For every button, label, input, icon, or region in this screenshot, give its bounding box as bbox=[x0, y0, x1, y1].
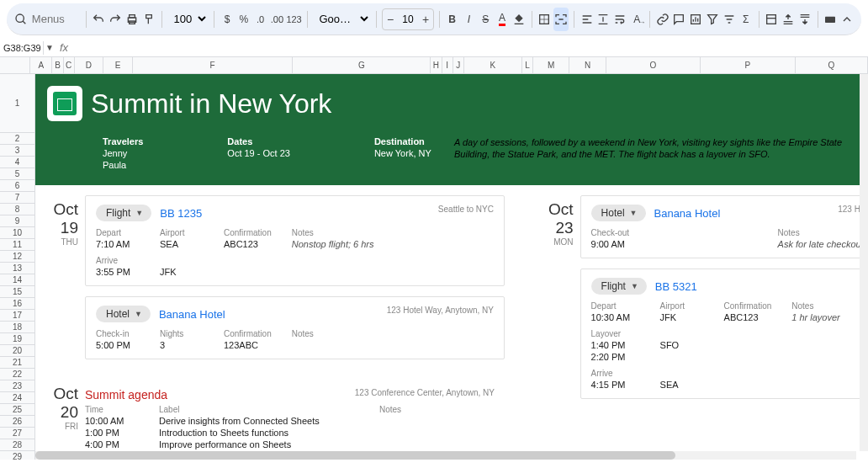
col-header-E[interactable]: E bbox=[103, 57, 133, 73]
increase-decimal-icon[interactable]: .00 bbox=[270, 8, 285, 31]
row-header-20[interactable]: 20 bbox=[0, 345, 34, 357]
insert-link-icon[interactable] bbox=[655, 8, 670, 31]
row-header-19[interactable]: 19 bbox=[0, 333, 34, 345]
filter-icon[interactable] bbox=[705, 8, 720, 31]
row-header-13[interactable]: 13 bbox=[0, 263, 34, 274]
row-header-24[interactable]: 24 bbox=[0, 392, 34, 404]
fill-color-icon[interactable] bbox=[511, 8, 527, 31]
strikethrough-button[interactable]: S bbox=[478, 8, 493, 31]
row-header-8[interactable]: 8 bbox=[0, 204, 34, 215]
col-header-A[interactable]: A bbox=[30, 57, 52, 73]
italic-button[interactable]: I bbox=[461, 8, 476, 31]
text-color-icon[interactable]: A bbox=[495, 8, 510, 31]
decrease-decimal-icon[interactable]: .0 bbox=[253, 8, 268, 31]
insert-above-icon[interactable] bbox=[781, 8, 796, 31]
row-header-23[interactable]: 23 bbox=[0, 380, 34, 392]
row-header-16[interactable]: 16 bbox=[0, 298, 34, 310]
bold-button[interactable]: B bbox=[445, 8, 460, 31]
text-wrap-icon[interactable] bbox=[612, 8, 627, 31]
flight-chip-2[interactable]: Flight▼ bbox=[591, 278, 647, 295]
col-header-F[interactable]: F bbox=[133, 57, 293, 73]
row-header-11[interactable]: 11 bbox=[0, 239, 34, 251]
vertical-scrollbar[interactable] bbox=[860, 74, 868, 451]
row-header-4[interactable]: 4 bbox=[0, 157, 34, 168]
horizontal-scrollbar[interactable] bbox=[35, 451, 856, 460]
keyboard-icon[interactable] bbox=[823, 8, 838, 31]
col-header-J[interactable]: J bbox=[453, 57, 464, 73]
paint-format-icon[interactable] bbox=[141, 8, 156, 31]
row-header-27[interactable]: 27 bbox=[0, 428, 34, 439]
row-header-3[interactable]: 3 bbox=[0, 145, 34, 157]
row-header-15[interactable]: 15 bbox=[0, 286, 34, 298]
format-number-button[interactable]: 123 bbox=[286, 8, 301, 31]
f2-notes-v: 1 hr layover bbox=[791, 312, 867, 322]
filter-views-icon[interactable] bbox=[722, 8, 737, 31]
col-header-M[interactable]: M bbox=[533, 57, 569, 73]
col-header-H[interactable]: H bbox=[431, 57, 442, 73]
col-header-C[interactable]: C bbox=[64, 57, 75, 73]
horizontal-align-icon[interactable] bbox=[580, 8, 595, 31]
col-header-D[interactable]: D bbox=[75, 57, 104, 73]
row-header-29[interactable]: 29 bbox=[0, 451, 34, 460]
borders-icon[interactable] bbox=[537, 8, 552, 31]
row-header-17[interactable]: 17 bbox=[0, 310, 34, 322]
row-header-28[interactable]: 28 bbox=[0, 439, 34, 451]
row-header-1[interactable]: 1 bbox=[0, 74, 34, 133]
flight-chip[interactable]: Flight▼ bbox=[96, 205, 151, 221]
sheet-content[interactable]: Summit in New York Travelers Jenny Paula… bbox=[35, 74, 868, 460]
col-header-K[interactable]: K bbox=[464, 57, 522, 73]
col-header-G[interactable]: G bbox=[293, 57, 431, 73]
redo-icon[interactable] bbox=[108, 8, 123, 31]
row-header-12[interactable]: 12 bbox=[0, 251, 34, 263]
row-header-25[interactable]: 25 bbox=[0, 404, 34, 416]
col-header-O[interactable]: O bbox=[606, 57, 701, 73]
name-box-dropdown-icon[interactable]: ▼ bbox=[44, 43, 56, 52]
col-header-L[interactable]: L bbox=[522, 57, 533, 73]
search-icon[interactable] bbox=[13, 8, 29, 31]
collapse-toolbar-icon[interactable] bbox=[839, 8, 855, 31]
row-header-9[interactable]: 9 bbox=[0, 215, 34, 227]
col-header-B[interactable]: B bbox=[52, 57, 63, 73]
row-header-2[interactable]: 2 bbox=[0, 133, 34, 145]
vertical-align-icon[interactable] bbox=[596, 8, 611, 31]
format-currency-button[interactable]: $ bbox=[220, 8, 235, 31]
table-icon[interactable] bbox=[764, 8, 779, 31]
undo-icon[interactable] bbox=[91, 8, 106, 31]
insert-chart-icon[interactable] bbox=[688, 8, 703, 31]
print-icon[interactable] bbox=[124, 8, 140, 31]
font-size-input[interactable] bbox=[398, 13, 418, 25]
font-select[interactable]: Googl... bbox=[312, 10, 371, 28]
row-header-10[interactable]: 10 bbox=[0, 227, 34, 239]
f2-conf-h: Confirmation bbox=[724, 301, 772, 311]
svg-rect-8 bbox=[767, 14, 776, 24]
insert-below-icon[interactable] bbox=[797, 8, 812, 31]
conf-header: Confirmation bbox=[224, 228, 272, 237]
increase-font-icon[interactable]: + bbox=[418, 9, 433, 29]
name-box[interactable]: G38:G39 bbox=[0, 41, 44, 55]
row-header-18[interactable]: 18 bbox=[0, 322, 34, 333]
row-header-21[interactable]: 21 bbox=[0, 357, 34, 369]
col-header-P[interactable]: P bbox=[701, 57, 795, 73]
menus-search[interactable] bbox=[30, 11, 81, 27]
row-header-14[interactable]: 14 bbox=[0, 274, 34, 286]
row-header-26[interactable]: 26 bbox=[0, 416, 34, 428]
row-header-5[interactable]: 5 bbox=[0, 168, 34, 180]
row-header-6[interactable]: 6 bbox=[0, 180, 34, 192]
insert-comment-icon[interactable] bbox=[672, 8, 687, 31]
text-rotation-icon[interactable]: A→ bbox=[629, 8, 644, 31]
row-header-22[interactable]: 22 bbox=[0, 369, 34, 380]
col-header-I[interactable]: I bbox=[442, 57, 453, 73]
hotel-chip[interactable]: Hotel▼ bbox=[96, 306, 151, 322]
layover-h: Layover bbox=[591, 329, 640, 338]
hotel-chip-2[interactable]: Hotel▼ bbox=[591, 205, 646, 221]
col-header-N[interactable]: N bbox=[569, 57, 606, 73]
merge-cells-icon[interactable] bbox=[553, 8, 569, 31]
formula-input[interactable] bbox=[72, 41, 868, 54]
col-header-Q[interactable]: Q bbox=[796, 57, 868, 73]
zoom-select[interactable]: 100% bbox=[167, 10, 209, 28]
row-header-7[interactable]: 7 bbox=[0, 192, 34, 204]
select-all-corner[interactable] bbox=[0, 57, 30, 73]
decrease-font-icon[interactable]: − bbox=[383, 9, 398, 29]
functions-icon[interactable]: Σ bbox=[738, 8, 754, 31]
format-percent-button[interactable]: % bbox=[236, 8, 251, 31]
